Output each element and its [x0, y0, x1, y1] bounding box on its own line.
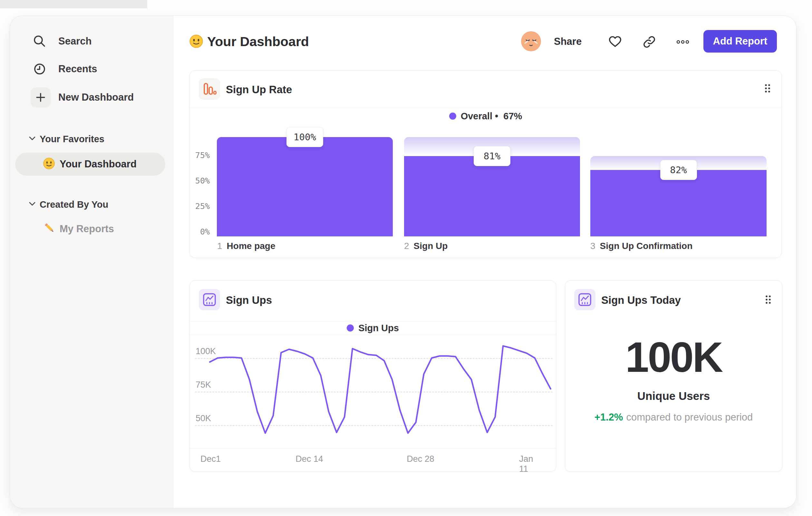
sidebar-item-label: Search [58, 35, 91, 47]
legend-label: Overall • 67% [461, 111, 522, 121]
user-avatar[interactable] [521, 31, 541, 52]
kpi-delta: +1.2% [594, 411, 623, 423]
funnel-legend[interactable]: Overall • 67% [190, 110, 781, 123]
funnel-chart-icon [199, 78, 220, 100]
drag-handle-icon[interactable] [765, 295, 772, 306]
funnel-bar-sign-up-confirmation: 82% [590, 135, 766, 236]
sidebar-item-label: Recents [58, 63, 97, 75]
y-axis-tick: 75% [190, 151, 210, 160]
line-chart-icon [199, 289, 220, 310]
add-report-button[interactable]: Add Report [703, 30, 777, 53]
line-plot: 100K 75K 50K [195, 338, 553, 448]
card-title: Sign Up Rate [226, 84, 292, 96]
dashboard-emoji-icon [189, 34, 203, 50]
divider [190, 335, 556, 335]
share-button[interactable]: Share [554, 36, 582, 47]
x-axis-line [190, 448, 556, 449]
copy-link-icon[interactable] [642, 35, 656, 49]
kpi-value: 100K [565, 333, 782, 382]
plus-icon [34, 91, 47, 104]
x-axis-tick: Dec 14 [295, 454, 323, 464]
sidebar-item-my-reports[interactable]: My Reports [15, 218, 165, 240]
legend-dot-icon [347, 324, 354, 331]
line-legend[interactable]: Sign Ups [190, 322, 556, 334]
sidebar-item-label: My Reports [60, 223, 114, 235]
section-title: Your Favorites [40, 134, 105, 144]
x-axis-tick: Dec 28 [407, 454, 434, 464]
section-your-favorites[interactable]: Your Favorites [10, 131, 173, 147]
x-axis-tick: Dec1 [200, 454, 221, 464]
value-label: 100% [286, 127, 323, 147]
drag-handle-icon[interactable] [764, 84, 771, 94]
value-label: 81% [474, 146, 511, 166]
new-dashboard-button[interactable] [31, 87, 51, 107]
sign-ups-line-series [195, 338, 553, 448]
top-strip [0, 0, 147, 8]
x-axis-label: 1Home page [217, 241, 276, 251]
chevron-down-icon [29, 201, 36, 207]
divider [190, 108, 781, 108]
funnel-bar-home-page: 100% [217, 135, 393, 236]
card-title: Sign Ups [226, 294, 272, 306]
screen: Search Recents New Dashboard Your Favori… [0, 0, 812, 516]
kpi-delta-caption: compared to previous period [626, 411, 753, 423]
sidebar-item-label: Your Dashboard [60, 158, 137, 170]
legend-dot-icon [449, 113, 456, 120]
funnel-plot: 100% 81% 82% [217, 135, 766, 236]
sidebar-item-your-dashboard[interactable]: Your Dashboard [15, 153, 165, 176]
value-label: 82% [660, 160, 697, 180]
card-title: Sign Ups Today [601, 294, 681, 306]
sidebar-item-search[interactable]: Search [10, 31, 173, 52]
more-options-icon[interactable] [676, 35, 690, 49]
kpi-metric-label: Unique Users [565, 389, 782, 403]
funnel-bar-sign-up: 81% [404, 135, 580, 236]
sidebar: Search Recents New Dashboard Your Favori… [10, 16, 173, 508]
section-created-by-you[interactable]: Created By You [10, 197, 173, 212]
line-chart-icon [574, 289, 596, 310]
page-title: Your Dashboard [207, 34, 309, 49]
y-axis-tick: 25% [190, 201, 210, 211]
sign-ups-card: Sign Ups Sign Ups 100K 75K 50K Dec1 Dec [190, 280, 556, 472]
legend-label: Sign Ups [358, 323, 399, 333]
chevron-down-icon [29, 136, 36, 142]
sign-ups-today-card: Sign Ups Today 100K Unique Users +1.2%co… [565, 280, 782, 472]
favorite-heart-icon[interactable] [608, 35, 622, 49]
sign-up-rate-card: Sign Up Rate Overall • 67% 75% 50% 25% 0… [190, 70, 782, 258]
kpi-delta-row: +1.2%compared to previous period [565, 411, 782, 423]
y-axis-tick: 0% [190, 227, 210, 236]
sidebar-item-label: New Dashboard [58, 91, 134, 103]
smiley-emoji-icon [43, 157, 55, 171]
y-axis-tick: 50% [190, 176, 210, 185]
sidebar-item-recents[interactable]: Recents [10, 59, 173, 79]
search-icon [31, 33, 48, 50]
sidebar-item-new-dashboard[interactable]: New Dashboard [10, 87, 173, 108]
clock-icon [31, 61, 48, 77]
x-axis-label: 3Sign Up Confirmation [590, 241, 692, 251]
x-axis-label: 2Sign Up [404, 241, 447, 251]
pencil-emoji-icon [44, 222, 56, 236]
section-title: Created By You [40, 199, 108, 210]
x-axis-tick: Jan 11 [519, 454, 544, 474]
app-window: Search Recents New Dashboard Your Favori… [10, 16, 796, 508]
